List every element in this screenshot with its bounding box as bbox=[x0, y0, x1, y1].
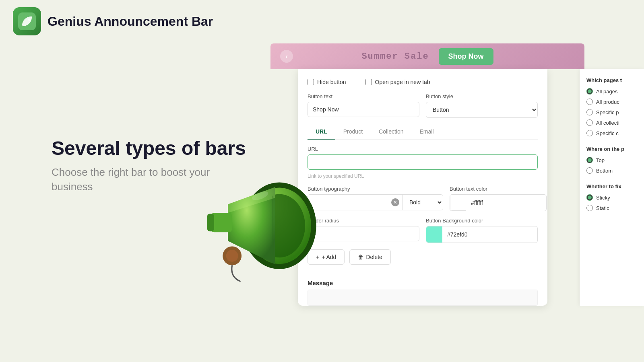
delete-label: Delete bbox=[366, 254, 382, 260]
megaphone-illustration bbox=[189, 153, 318, 282]
message-section: Message bbox=[308, 273, 538, 306]
button-text-style-row: Button text Button style Button Link Out… bbox=[308, 93, 538, 118]
bar-content: Summer Sale Shop Now bbox=[361, 48, 493, 65]
text-color-swatch[interactable] bbox=[450, 195, 466, 211]
main-panel: Hide button Open page in new tab Button … bbox=[298, 69, 547, 306]
radio-bottom-input[interactable] bbox=[586, 167, 593, 174]
bar-text: Summer Sale bbox=[361, 51, 429, 62]
tabs-row: URL Product Collection Email bbox=[308, 124, 538, 140]
radio-specific-page-label: Specific p bbox=[596, 109, 619, 115]
radio-all-pages[interactable]: All pages bbox=[586, 88, 638, 95]
action-buttons-row: + + Add 🗑 Delete bbox=[308, 249, 538, 265]
bar-shop-button[interactable]: Shop Now bbox=[439, 48, 493, 65]
checkboxes-row: Hide button Open page in new tab bbox=[308, 79, 538, 85]
button-text-label: Button text bbox=[308, 93, 419, 99]
hide-button-label: Hide button bbox=[317, 79, 346, 85]
radio-sticky-label: Sticky bbox=[596, 195, 610, 201]
radio-all-collections-label: All collecti bbox=[596, 120, 619, 126]
text-color-hex-input[interactable] bbox=[466, 195, 546, 210]
delete-button[interactable]: 🗑 Delete bbox=[349, 249, 390, 265]
button-typography-label: Button typography bbox=[308, 186, 443, 192]
trash-icon: 🗑 bbox=[358, 254, 363, 260]
radio-bottom[interactable]: Bottom bbox=[586, 167, 638, 174]
radio-bottom-label: Bottom bbox=[596, 168, 613, 174]
radio-top-label: Top bbox=[596, 157, 605, 163]
radio-sticky-input[interactable] bbox=[586, 194, 593, 201]
typography-clear-button[interactable]: ✕ bbox=[388, 195, 402, 210]
chevron-left-icon: ‹ bbox=[285, 52, 288, 61]
open-new-tab-checkbox[interactable] bbox=[365, 79, 372, 85]
bar-back-button[interactable]: ‹ bbox=[280, 50, 293, 63]
open-new-tab-checkbox-item[interactable]: Open page in new tab bbox=[365, 79, 430, 85]
button-text-input[interactable] bbox=[308, 102, 419, 117]
radio-top-input[interactable] bbox=[586, 157, 593, 163]
tab-product[interactable]: Product bbox=[335, 124, 371, 140]
whether-title: Whether to fix bbox=[586, 183, 638, 189]
svg-point-1 bbox=[28, 19, 31, 21]
button-typography-group: Button typography ✕ Bold Normal Italic bbox=[308, 186, 443, 211]
button-bg-color-label: Button Background color bbox=[426, 218, 538, 224]
message-label: Message bbox=[308, 280, 538, 286]
border-radius-group: Border radius bbox=[308, 218, 419, 243]
announcement-bar-preview: ‹ Summer Sale Shop Now bbox=[270, 43, 584, 69]
app-logo bbox=[13, 7, 41, 35]
app-title: Genius Announcement Bar bbox=[47, 14, 213, 29]
button-style-select[interactable]: Button Link Outline bbox=[426, 102, 538, 118]
radio-all-products[interactable]: All produc bbox=[586, 99, 638, 105]
radio-all-collections-input[interactable] bbox=[586, 119, 593, 126]
radio-all-products-input[interactable] bbox=[586, 99, 593, 105]
tab-collection[interactable]: Collection bbox=[371, 124, 411, 140]
radio-all-pages-label: All pages bbox=[596, 88, 617, 95]
bg-color-swatch[interactable] bbox=[426, 226, 442, 243]
radio-specific-collection[interactable]: Specific c bbox=[586, 130, 638, 136]
radio-all-collections[interactable]: All collecti bbox=[586, 119, 638, 126]
x-icon: ✕ bbox=[391, 198, 399, 206]
url-label: URL bbox=[308, 146, 538, 152]
right-sidebar: Which pages t All pages All produc Speci… bbox=[580, 69, 644, 306]
radio-specific-collection-input[interactable] bbox=[586, 130, 593, 136]
radio-specific-page-input[interactable] bbox=[586, 109, 593, 115]
which-pages-title: Which pages t bbox=[586, 77, 638, 83]
radio-all-products-label: All produc bbox=[596, 99, 619, 105]
button-text-group: Button text bbox=[308, 93, 419, 118]
button-style-group: Button style Button Link Outline bbox=[426, 93, 538, 118]
border-radius-label: Border radius bbox=[308, 218, 419, 224]
radio-specific-collection-label: Specific c bbox=[596, 130, 619, 136]
button-bg-color-group: Button Background color bbox=[426, 218, 538, 243]
bg-color-input-row bbox=[426, 226, 538, 243]
button-text-color-label: Button text color bbox=[450, 186, 547, 192]
where-group: Top Bottom bbox=[586, 157, 638, 174]
hide-button-checkbox[interactable] bbox=[308, 79, 314, 85]
border-radius-bg-color-row: Border radius Button Background color bbox=[308, 218, 538, 243]
radio-top[interactable]: Top bbox=[586, 157, 638, 163]
svg-point-9 bbox=[226, 250, 238, 262]
button-text-color-group: Button text color bbox=[450, 186, 547, 211]
text-color-input-row bbox=[450, 194, 547, 211]
radio-sticky[interactable]: Sticky bbox=[586, 194, 638, 201]
where-title: Where on the p bbox=[586, 146, 638, 152]
tab-url[interactable]: URL bbox=[308, 124, 335, 140]
bg-color-hex-input[interactable] bbox=[442, 227, 537, 242]
radio-static[interactable]: Static bbox=[586, 205, 638, 211]
bold-select[interactable]: Bold Normal Italic bbox=[402, 195, 443, 210]
whether-group: Sticky Static bbox=[586, 194, 638, 211]
url-section: URL Link to your specified URL bbox=[308, 146, 538, 179]
message-editor[interactable] bbox=[308, 290, 538, 306]
typography-input[interactable] bbox=[308, 195, 388, 210]
megaphone-svg bbox=[189, 153, 318, 282]
typography-color-row: Button typography ✕ Bold Normal Italic B… bbox=[308, 186, 538, 211]
open-new-tab-label: Open page in new tab bbox=[375, 79, 430, 85]
add-label: + Add bbox=[322, 254, 336, 260]
typography-input-group: ✕ Bold Normal Italic bbox=[308, 194, 443, 210]
which-pages-group: All pages All produc Specific p All coll… bbox=[586, 88, 638, 136]
radio-static-label: Static bbox=[596, 205, 609, 211]
radio-specific-page[interactable]: Specific p bbox=[586, 109, 638, 115]
button-style-label: Button style bbox=[426, 93, 538, 99]
border-radius-input[interactable] bbox=[308, 226, 419, 241]
radio-static-input[interactable] bbox=[586, 205, 593, 211]
url-input[interactable] bbox=[308, 154, 538, 170]
radio-all-pages-input[interactable] bbox=[586, 88, 593, 95]
hide-button-checkbox-item[interactable]: Hide button bbox=[308, 79, 346, 85]
tab-email[interactable]: Email bbox=[412, 124, 442, 140]
app-header: Genius Announcement Bar bbox=[0, 0, 644, 43]
